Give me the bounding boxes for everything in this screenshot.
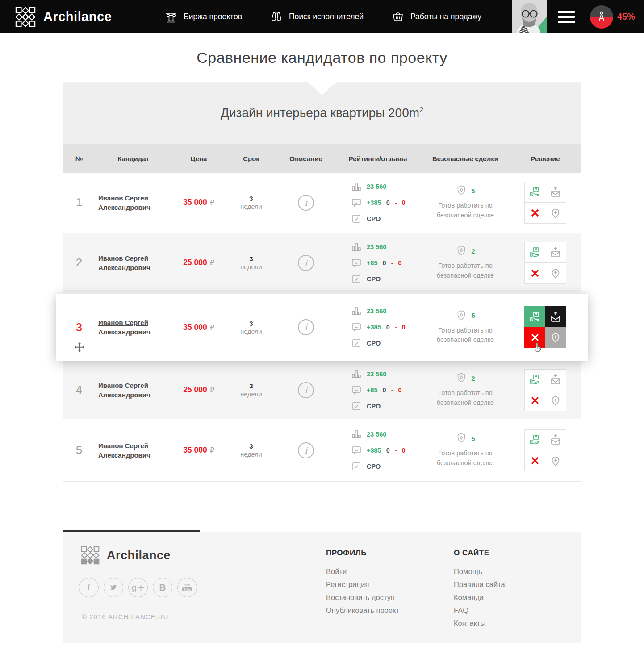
footer-column-title: О САЙТЕ xyxy=(454,549,505,558)
info-icon[interactable]: i xyxy=(298,319,314,335)
rating-value: 23 560 xyxy=(367,183,386,190)
safe-deals-count: 5 xyxy=(471,312,475,319)
checkbox-icon xyxy=(351,461,362,472)
reviews-positive: +85 xyxy=(367,259,378,266)
reviews-negative: 0 xyxy=(398,387,402,394)
term-unit: недели xyxy=(240,263,262,271)
add-location-button[interactable] xyxy=(545,262,566,284)
footer-link-site-rules[interactable]: Правила сайта xyxy=(454,580,505,589)
reject-button[interactable] xyxy=(524,327,545,348)
candidate-name-link[interactable]: Иванов Сергей Александрович xyxy=(98,254,172,272)
add-location-button[interactable] xyxy=(545,390,566,411)
safe-deals-line1: Готов работать по xyxy=(438,450,492,457)
menu-burger-icon[interactable] xyxy=(558,11,575,23)
youtube-icon[interactable]: You Tube xyxy=(177,578,197,597)
nav-item-project-exchange[interactable]: Биржа проектов xyxy=(164,10,242,24)
close-x-icon xyxy=(529,455,541,466)
add-location-button[interactable] xyxy=(545,327,566,348)
project-title: Дизайн интерьера квартиры 200m2 xyxy=(221,106,423,120)
google-plus-icon[interactable]: g+ xyxy=(128,578,148,597)
info-icon[interactable]: i xyxy=(298,255,314,271)
twitter-icon[interactable] xyxy=(104,578,123,597)
google-plus-letters: g+ xyxy=(131,582,145,593)
offer-deal-button[interactable] xyxy=(524,242,545,263)
close-x-icon xyxy=(529,207,541,219)
safe-deals-text: Готов работать по безопасной сделке xyxy=(437,201,494,220)
decision-buttons xyxy=(524,369,566,411)
reviews-bubble-icon xyxy=(351,197,362,208)
footer-link-publish-project[interactable]: Опубликовать проект xyxy=(326,606,399,615)
info-icon[interactable]: i xyxy=(298,382,314,398)
project-title-text: Дизайн интерьера квартиры 200m xyxy=(221,106,419,120)
rating-chart-icon xyxy=(351,241,362,252)
reject-button[interactable] xyxy=(524,202,545,224)
reviews-neutral: 0 xyxy=(383,387,386,394)
footer-brand[interactable]: Archilance xyxy=(81,546,171,565)
nav-item-find-performers[interactable]: Поиск исполнителей xyxy=(270,10,364,24)
facebook-icon[interactable]: f xyxy=(79,578,99,597)
profile-progress-gauge[interactable] xyxy=(590,5,613,29)
nav-item-works-for-sale[interactable]: Работы на продажу xyxy=(391,10,481,24)
reviews-positive: +85 xyxy=(367,387,378,394)
send-message-button[interactable] xyxy=(545,306,566,327)
send-message-button[interactable] xyxy=(545,369,566,390)
shield-icon xyxy=(456,372,467,384)
send-message-button[interactable] xyxy=(545,429,566,450)
candidate-name-link[interactable]: Иванов Сергей Александрович xyxy=(98,193,172,212)
term-value: 3 xyxy=(249,255,253,262)
term-unit: недели xyxy=(240,451,262,458)
behance-letter: B xyxy=(159,582,166,593)
footer-link-restore-access[interactable]: Востановить доступ xyxy=(326,593,399,602)
reject-button[interactable] xyxy=(524,262,545,284)
table-row: 3 Иванов Сергей Александрович 35 000 ₽ 3… xyxy=(56,294,588,361)
info-icon[interactable]: i xyxy=(298,195,314,211)
drag-move-icon[interactable] xyxy=(74,342,85,354)
checkbox-icon xyxy=(351,401,362,412)
row-number: 4 xyxy=(76,383,82,397)
avatar[interactable] xyxy=(512,0,547,33)
safe-deals-count: 2 xyxy=(471,247,475,255)
send-message-button[interactable] xyxy=(545,242,566,263)
footer-link-contacts[interactable]: Контакты xyxy=(454,619,505,628)
safe-deals-text: Готов работать по безопасной сделке xyxy=(437,388,494,407)
safe-deals-line2: безопасной сделке xyxy=(437,399,494,406)
footer-link-faq[interactable]: FAQ xyxy=(454,606,505,615)
candidate-name-link[interactable]: Иванов Сергей Александрович xyxy=(98,441,172,460)
offer-deal-button[interactable] xyxy=(524,429,545,450)
col-header-decision: Решение xyxy=(510,155,581,162)
add-location-button[interactable] xyxy=(545,450,566,471)
mail-up-arrow-icon xyxy=(550,434,561,445)
add-location-button[interactable] xyxy=(545,202,566,224)
candidate-name-link[interactable]: Иванов Сергей Александрович xyxy=(98,318,172,337)
certification-label: СРО xyxy=(367,215,381,222)
top-navigation-bar: Archilance Биржа проектов Поиск исполнит… xyxy=(0,0,644,33)
table-row: 1 Иванов Сергей Александрович 35 000 ₽ 3… xyxy=(63,173,581,233)
term-value: 3 xyxy=(249,442,253,450)
info-icon[interactable]: i xyxy=(298,442,314,458)
footer-link-help[interactable]: Помощь xyxy=(454,567,505,576)
candidate-name-link[interactable]: Иванов Сергей Александрович xyxy=(98,381,172,400)
reject-button[interactable] xyxy=(524,450,545,471)
footer-link-register[interactable]: Регистрация xyxy=(326,580,399,589)
offer-deal-button[interactable] xyxy=(524,369,545,390)
send-message-button[interactable] xyxy=(545,182,566,203)
behance-icon[interactable]: B xyxy=(153,578,172,597)
footer-link-login[interactable]: Войти xyxy=(326,567,399,576)
offer-deal-button[interactable] xyxy=(524,182,545,203)
deal-hand-box-icon xyxy=(529,186,541,198)
checkbox-icon xyxy=(351,338,362,349)
safe-deals-line1: Готов работать по xyxy=(438,202,492,209)
nav-label: Биржа проектов xyxy=(184,12,242,21)
ruble-symbol: ₽ xyxy=(210,323,214,332)
header-right-cluster: 45% xyxy=(512,0,638,33)
pin-plus-icon xyxy=(550,207,561,219)
term-unit: недели xyxy=(240,203,262,210)
candidates-table: № Кандидат Цена Срок Описание Рейтинги/о… xyxy=(63,144,581,482)
footer-brand-name: Archilance xyxy=(107,549,171,562)
reviews-separator: - xyxy=(395,447,397,454)
brand[interactable]: Archilance xyxy=(15,7,112,27)
youtube-label-top: You xyxy=(184,583,190,587)
offer-deal-button[interactable] xyxy=(524,306,545,327)
footer-link-team[interactable]: Команда xyxy=(454,593,505,602)
reject-button[interactable] xyxy=(524,390,545,411)
